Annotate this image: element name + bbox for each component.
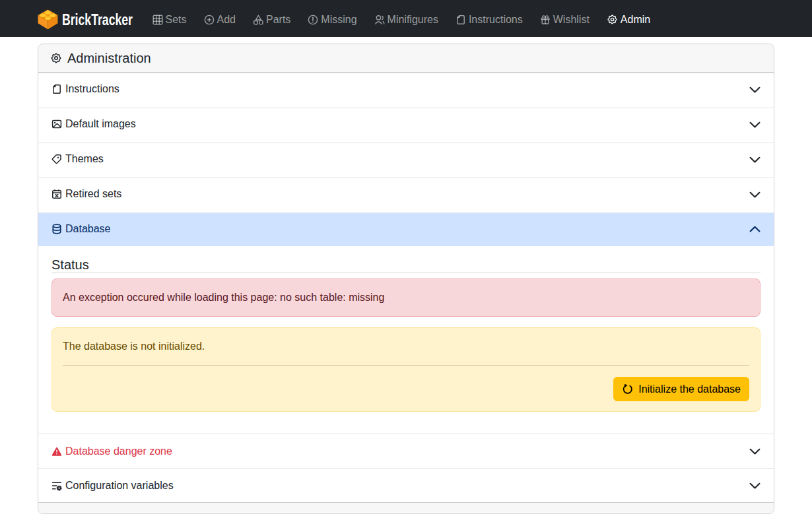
svg-text:BrickTracker: BrickTracker bbox=[62, 10, 133, 28]
